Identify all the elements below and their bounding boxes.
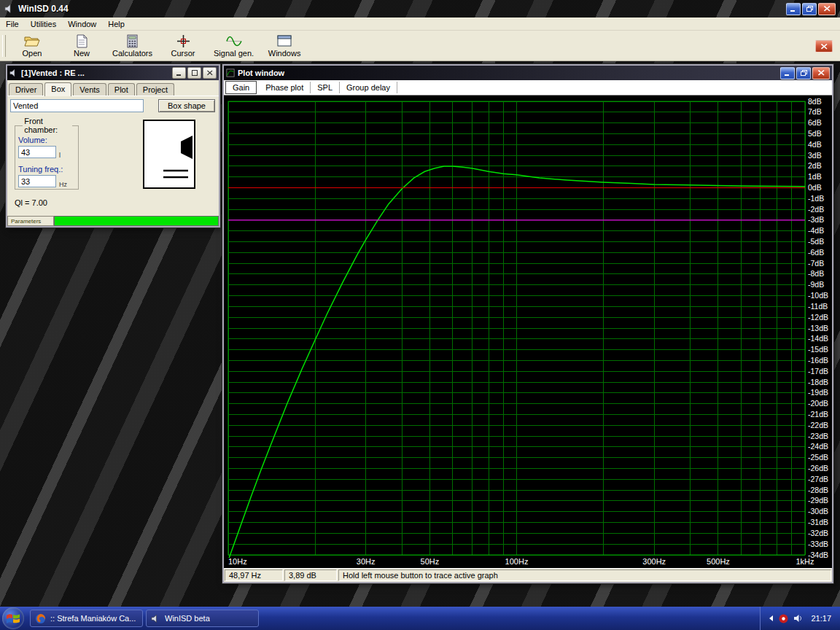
plot-tab-phase-plot[interactable]: Phase plot [259,82,311,93]
minimize-button[interactable] [786,3,801,15]
toolbar-button-label: Open [23,49,42,58]
toolbar-button-label: Cursor [171,49,195,58]
cursor-frequency-readout: 48,97 Hz [225,569,283,581]
toolbar-open-button[interactable]: Open [9,32,55,59]
y-axis-label: -22dB [808,421,828,429]
vented-tab-vents[interactable]: Vents [73,83,106,96]
y-axis-label: -14dB [808,334,828,343]
y-axis-label: -21dB [808,410,828,419]
toolbar-button-label: Calculators [112,49,152,58]
taskbar-clock[interactable]: 21:17 [811,614,831,623]
y-axis-label: -18dB [808,378,828,386]
toolbar: OpenNewCalculatorsCursorSignal gen.Windo… [0,31,840,61]
task-label: WinISD beta [165,614,210,623]
toolbar-button-label: Windows [268,49,301,58]
close-button[interactable] [818,3,836,15]
windows-flag-icon [6,612,20,624]
open-folder-icon [24,34,40,48]
calculator-icon [127,34,138,48]
toolbar-cursor-button[interactable]: Cursor [160,32,206,59]
box-type-input[interactable] [10,99,144,112]
volume-input[interactable] [18,146,56,158]
vented-tab-driver[interactable]: Driver [9,83,43,96]
y-axis-label: -3dB [808,215,824,224]
toolbar-signal-gen-button[interactable]: Signal gen. [209,32,258,59]
y-axis-label: 3dB [808,151,822,160]
y-axis-label: -33dB [808,540,828,548]
menu-utilities[interactable]: Utilities [25,19,62,29]
speaker-box-diagram [144,121,194,187]
hide-tray-icons-chevron-icon[interactable] [768,615,774,622]
y-axis-label: -4dB [808,226,824,235]
taskbar-task-winisd[interactable]: WinISD beta [146,610,259,627]
vented-project-window: [1]Vented : RE ... DriverBoxVentsPlotPro… [6,64,220,228]
vented-tab-plot[interactable]: Plot [108,83,135,96]
plot-tab-gain[interactable]: Gain [225,81,257,94]
toolbar-windows-button[interactable]: Windows [261,32,308,59]
tuning-freq-input[interactable] [18,175,56,187]
y-axis-label: -1dB [808,194,824,203]
y-axis-label: -31dB [808,518,828,526]
plot-tabstrip: GainPhase plotSPLGroup delay [224,80,832,96]
parameters-progress-bar [54,216,219,226]
gain-plot-area[interactable]: 10Hz30Hz50Hz100Hz300Hz500Hz1kHz8dB7dB6dB… [224,96,832,568]
taskbar-task-firefox[interactable]: :: Strefa Maniaków Ca... [30,610,143,627]
y-axis-label: 2dB [808,161,822,170]
winisd-icon [151,614,160,623]
y-axis-label: 0dB [808,183,822,192]
vented-tabstrip: DriverBoxVentsPlotProject [7,80,219,96]
x-axis-label: 300Hz [642,557,666,566]
vented-bottom-strip: Parameters [7,216,219,226]
vented-tab-box[interactable]: Box [44,82,71,96]
vented-tab-project[interactable]: Project [136,83,174,96]
start-button[interactable] [2,607,24,629]
toolbar-new-button[interactable]: New [58,32,105,59]
vented-minimize-button[interactable] [172,67,186,79]
menu-file[interactable]: File [0,19,25,29]
y-axis-label: -25dB [808,453,828,462]
volume-tray-icon[interactable] [793,614,803,623]
y-axis-label: -34dB [808,551,828,559]
plot-tab-spl[interactable]: SPL [311,82,340,93]
system-tray: 21:17 [760,607,840,630]
y-axis-label: -6dB [808,248,824,257]
box-shape-button[interactable]: Box shape [158,99,215,112]
cursor-level-readout: 3,89 dB [284,569,337,581]
plot-restore-button[interactable] [796,67,811,79]
y-axis-label: -7dB [808,259,824,268]
y-axis-label: -10dB [808,291,828,300]
toolbar-calculators-button[interactable]: Calculators [108,32,157,59]
status-hint: Hold left mouse button to trace active g… [338,569,831,581]
plot-close-button[interactable] [812,67,830,79]
document-close-button[interactable] [815,40,833,52]
y-axis-label: -27dB [808,475,828,483]
restore-button[interactable] [802,3,817,15]
gain-plot[interactable]: 10Hz30Hz50Hz100Hz300Hz500Hz1kHz8dB7dB6dB… [224,96,832,568]
y-axis-label: 6dB [808,118,822,127]
x-axis-label: 500Hz [707,557,730,566]
antivirus-tray-icon[interactable] [779,614,788,623]
plot-minimize-button[interactable] [780,67,795,79]
y-axis-label: -9dB [808,280,824,289]
plot-window-icon [226,69,235,77]
x-axis-label: 30Hz [357,557,376,566]
toolbar-button-label: New [74,49,90,58]
plot-window-title: Plot window [238,69,779,77]
vented-window-icon [9,69,18,77]
app-title: WinISD 0.44 [18,4,785,14]
plot-window: Plot window GainPhase plotSPLGroup delay… [222,64,833,583]
menu-bar: FileUtilitiesWindowHelp [0,18,840,31]
x-axis-label: 10Hz [228,557,247,566]
y-axis-label: -28dB [808,486,828,494]
vented-window-titlebar[interactable]: [1]Vented : RE ... [7,66,219,80]
vented-maximize-button[interactable] [187,67,201,79]
plot-window-titlebar[interactable]: Plot window [224,66,832,80]
vented-close-button[interactable] [203,67,217,79]
box-shape-preview [143,120,195,189]
plot-tab-group-delay[interactable]: Group delay [340,82,397,93]
y-axis-label: -16dB [808,356,828,365]
parameters-tab[interactable]: Parameters [7,216,54,226]
y-axis-label: -26dB [808,464,828,472]
menu-help[interactable]: Help [102,19,131,29]
menu-window[interactable]: Window [62,19,102,29]
